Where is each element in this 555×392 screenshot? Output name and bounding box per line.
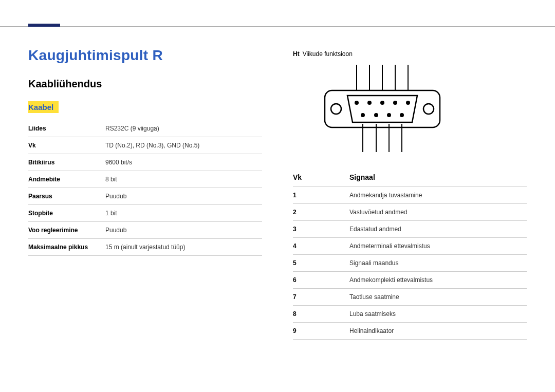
spec-label: Paarsus (28, 193, 105, 200)
spec-row: Andmebite 8 bit (28, 171, 262, 188)
pin-function-header-bold: Ht (293, 50, 300, 58)
spec-value: Puudub (105, 227, 262, 234)
pin-num: 2 (293, 209, 349, 216)
pin-function-header: Ht Viikude funktsioon (293, 50, 527, 58)
pin-num: 1 (293, 192, 349, 199)
spec-row: Bitikiirus 9600 bit/s (28, 154, 262, 171)
spec-value: 9600 bit/s (105, 159, 262, 166)
pin-row: 1 Andmekandja tuvastamine (293, 187, 527, 204)
pin-row: 3 Edastatud andmed (293, 221, 527, 238)
pin-row: 9 Helinaindikaator (293, 323, 527, 340)
cable-label: Kaabel (28, 101, 59, 113)
pin-table-header: Vk Signaal (293, 168, 527, 187)
spec-label: Bitikiirus (28, 159, 105, 166)
spec-row: Vk TD (No.2), RD (No.3), GND (No.5) (28, 137, 262, 154)
svg-point-11 (393, 101, 397, 105)
pin-num: 4 (293, 242, 349, 250)
svg-point-15 (387, 113, 391, 117)
spec-value: 15 m (ainult varjestatud tüüp) (105, 244, 262, 251)
svg-point-9 (367, 101, 372, 105)
spec-label: Stopbite (28, 210, 105, 217)
spec-label: Vk (28, 142, 105, 149)
db9-connector-icon (314, 65, 527, 154)
spec-label: Andmebite (28, 176, 105, 183)
pin-num: 7 (293, 293, 349, 301)
svg-point-8 (355, 101, 359, 105)
spec-label: Maksimaalne pikkus (28, 244, 105, 251)
pin-signal: Andmekandja tuvastamine (349, 192, 527, 199)
content: Kaugjuhtimispult R Kaabliühendus Kaabel … (0, 27, 555, 340)
page-title: Kaugjuhtimispult R (28, 47, 262, 64)
pin-signal: Helinaindikaator (349, 327, 527, 334)
spec-row: Maksimaalne pikkus 15 m (ainult varjesta… (28, 239, 262, 256)
spec-label: Voo regleerimine (28, 227, 105, 234)
right-column: Ht Viikude funktsioon (293, 47, 527, 340)
pin-table-head-num: Vk (293, 173, 349, 181)
svg-point-14 (374, 113, 378, 117)
topbar (0, 0, 555, 27)
svg-point-12 (406, 101, 410, 105)
pin-table-head-signal: Signaal (349, 173, 527, 181)
pin-num: 6 (293, 276, 349, 284)
pin-row: 5 Signaali maandus (293, 255, 527, 272)
svg-point-16 (400, 113, 404, 117)
spec-row: Voo regleerimine Puudub (28, 222, 262, 239)
spec-value: RS232C (9 viiguga) (105, 125, 262, 132)
left-column: Kaugjuhtimispult R Kaabliühendus Kaabel … (28, 47, 262, 340)
pin-signal: Andmeterminali ettevalmistus (349, 242, 527, 250)
pin-signal: Luba saatmiseks (349, 310, 527, 318)
spec-value: 1 bit (105, 210, 262, 217)
spec-row: Liides RS232C (9 viiguga) (28, 120, 262, 137)
svg-point-10 (380, 101, 384, 105)
pin-row: 2 Vastuvõetud andmed (293, 204, 527, 221)
section-title: Kaabliühendus (28, 78, 262, 90)
spec-label: Liides (28, 125, 105, 132)
spec-value: TD (No.2), RD (No.3), GND (No.5) (105, 142, 262, 149)
spec-row: Stopbite 1 bit (28, 205, 262, 222)
pin-function-header-text: Viikude funktsioon (303, 50, 353, 58)
pin-num: 5 (293, 259, 349, 267)
spec-value: 8 bit (105, 176, 262, 183)
topbar-accent (28, 24, 60, 27)
pin-signal: Vastuvõetud andmed (349, 209, 527, 216)
pin-row: 4 Andmeterminali ettevalmistus (293, 238, 527, 255)
pin-row: 6 Andmekomplekti ettevalmistus (293, 272, 527, 289)
pin-row: 7 Taotluse saatmine (293, 289, 527, 306)
pin-signal: Signaali maandus (349, 259, 527, 267)
pin-num: 8 (293, 310, 349, 318)
spec-value: Puudub (105, 193, 262, 200)
svg-point-13 (361, 113, 365, 117)
pin-signal: Taotluse saatmine (349, 293, 527, 301)
pin-signal: Andmekomplekti ettevalmistus (349, 276, 527, 284)
pin-num: 9 (293, 327, 349, 334)
pin-num: 3 (293, 226, 349, 233)
pin-signal: Edastatud andmed (349, 226, 527, 233)
spec-row: Paarsus Puudub (28, 188, 262, 205)
pin-row: 8 Luba saatmiseks (293, 306, 527, 323)
